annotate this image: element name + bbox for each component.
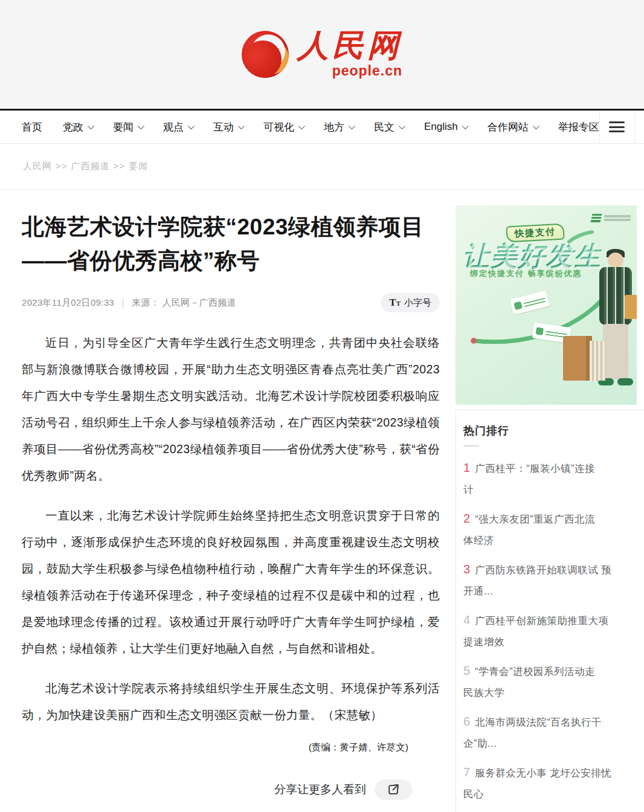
nav-item-10[interactable]: 合作网站	[488, 120, 538, 134]
hot-item-text: 广西防东铁路开始联调联试 预	[475, 559, 611, 581]
nav-item-label: 观点	[163, 120, 184, 134]
people-globe-icon	[242, 31, 289, 78]
hot-ranking-title: 热门排行	[463, 424, 644, 438]
hot-ranking-item-3[interactable]: 3广西防东铁路开始联调联试 预开通...	[463, 559, 644, 602]
share-label: 分享让更多人看到	[274, 782, 366, 798]
breadcrumb[interactable]: 人民网>>广西频道>>要闻	[23, 161, 148, 172]
share-row: 分享让更多人看到	[22, 779, 440, 800]
nav-item-4[interactable]: 观点	[163, 120, 193, 134]
hamburger-icon	[609, 119, 625, 135]
hot-ranking-item-7[interactable]: 7服务群众无小事 龙圩公安排忧民心	[463, 762, 644, 805]
article-title: 北海艺术设计学院获“2023绿植领养项目——省份优秀高校”称号	[22, 210, 440, 277]
share-external-icon	[387, 783, 400, 796]
site-logo[interactable]: 人民网 people.cn	[242, 30, 402, 79]
chevron-down-icon	[399, 123, 405, 129]
source-label: 来源：	[132, 297, 159, 308]
sidebar: 快捷支付 让美好发生 绑定快捷支付 畅享缤纷优惠 热门排行 1广西桂平：“服装小…	[456, 190, 644, 812]
nav-item-label: 党政	[63, 120, 83, 134]
nav-item-label: 举报专区	[558, 120, 599, 134]
nav-item-1[interactable]: 首页	[22, 120, 42, 134]
main-nav: 首页党政要闻观点互动可视化地方民文English合作网站举报专区	[0, 111, 644, 144]
hot-item-text-line2: 计	[463, 479, 644, 500]
hot-ranking-item-4[interactable]: 4广西桂平创新施策助推重大项提速增效	[463, 610, 644, 652]
hot-item-text: “强大亲友团”重返广西北流	[475, 509, 595, 530]
hot-item-text: 服务群众无小事 龙圩公安排忧	[475, 762, 611, 784]
hot-ranking-item-5[interactable]: 5“学青会”进校园系列活动走民族大学	[463, 660, 644, 703]
share-button[interactable]	[375, 779, 412, 800]
nav-item-label: 民文	[374, 120, 394, 134]
nav-item-9[interactable]: English	[424, 121, 467, 133]
site-name: 人民网	[297, 30, 402, 63]
rank-number: 2	[463, 508, 470, 529]
nav-item-11[interactable]: 举报专区	[558, 120, 599, 134]
hot-item-text-line2: 体经济	[463, 530, 644, 551]
article-paragraph-1: 近日，为引导全区广大青年学生践行生态文明理念，共青团中央社会联络部与新浪微博联合…	[22, 329, 440, 489]
hot-item-text: 广西桂平创新施策助推重大项	[475, 610, 608, 631]
rank-number: 3	[463, 559, 470, 580]
rank-number: 1	[463, 457, 470, 478]
hot-item-text: 广西桂平：“服装小镇”连接	[475, 458, 595, 479]
nav-item-3[interactable]: 要闻	[113, 120, 143, 134]
breadcrumb-bar: 人民网>>广西频道>>要闻	[0, 144, 644, 190]
nav-item-label: 可视化	[263, 120, 294, 134]
title-underline	[463, 445, 479, 446]
article-paragraph-3: 北海艺术设计学院表示将持续组织学生开展生态文明、环境保护等系列活动，为加快建设美…	[22, 675, 440, 728]
nav-item-7[interactable]: 地方	[324, 120, 353, 134]
article-meta: 2023年11月02日09:33 | 来源： 人民网－广西频道	[22, 297, 236, 309]
nav-item-label: 合作网站	[488, 120, 529, 134]
nav-item-label: 地方	[324, 120, 344, 134]
breadcrumb-separator: >>	[56, 161, 68, 171]
hot-item-text-line2: 民族大学	[463, 682, 644, 703]
article-paragraph-2: 一直以来，北海艺术设计学院师生始终坚持把生态文明意识贯穿于日常的行动中，逐渐形成…	[22, 502, 440, 662]
nav-item-2[interactable]: 党政	[63, 120, 92, 134]
rank-number: 4	[463, 610, 470, 631]
breadcrumb-part[interactable]: 要闻	[129, 161, 148, 171]
chevron-down-icon	[462, 123, 469, 129]
nav-item-label: 首页	[22, 120, 42, 134]
hot-item-text: “学青会”进校园系列活动走	[475, 661, 595, 682]
breadcrumb-separator: >>	[114, 161, 126, 171]
nav-item-label: English	[424, 121, 458, 133]
hot-ranking-item-1[interactable]: 1广西桂平：“服装小镇”连接计	[463, 457, 644, 500]
hot-item-text-line2: 企”助...	[463, 733, 644, 754]
chevron-down-icon	[349, 123, 355, 129]
chevron-down-icon	[238, 123, 245, 129]
breadcrumb-part[interactable]: 人民网	[23, 161, 52, 171]
nav-item-label: 互动	[213, 120, 234, 134]
hot-item-text-line2: 开通...	[463, 581, 644, 602]
chevron-down-icon	[188, 123, 195, 129]
nav-item-8[interactable]: 民文	[374, 120, 404, 134]
chevron-down-icon	[298, 123, 305, 129]
chevron-down-icon	[88, 123, 94, 129]
font-size-icon: TT	[389, 297, 401, 309]
article: 北海艺术设计学院获“2023绿植领养项目——省份优秀高校”称号 2023年11月…	[22, 190, 440, 812]
hot-item-text-line2: 民心	[463, 784, 644, 805]
site-header: 人民网 people.cn	[0, 0, 644, 111]
editor-note: (责编：黄子婧、许荩文)	[22, 741, 440, 754]
breadcrumb-part[interactable]: 广西频道	[71, 161, 110, 171]
rank-number: 6	[463, 711, 470, 732]
ad-banner[interactable]: 快捷支付 让美好发生 绑定快捷支付 畅享缤纷优惠	[456, 205, 637, 405]
nav-item-label: 要闻	[113, 120, 134, 134]
hot-item-text: 北海市两级法院“百名执行干	[475, 712, 602, 733]
site-domain: people.cn	[332, 63, 402, 79]
rank-number: 5	[463, 660, 470, 682]
font-size-button[interactable]: TT 小字号	[381, 293, 440, 312]
hot-ranking-item-2[interactable]: 2“强大亲友团”重返广西北流体经济	[463, 508, 644, 551]
nav-item-6[interactable]: 可视化	[263, 120, 303, 134]
article-source[interactable]: 人民网－广西频道	[162, 297, 236, 308]
chevron-down-icon	[138, 123, 144, 129]
chevron-down-icon	[533, 123, 539, 129]
rank-number: 7	[463, 762, 470, 783]
search-button[interactable]	[634, 111, 644, 143]
article-date: 2023年11月02日09:33	[22, 297, 114, 308]
nav-item-5[interactable]: 互动	[213, 120, 243, 134]
ad-person-illustration	[580, 253, 637, 404]
hot-ranking-item-6[interactable]: 6北海市两级法院“百名执行干企”助...	[463, 711, 644, 754]
article-body: 近日，为引导全区广大青年学生践行生态文明理念，共青团中央社会联络部与新浪微博联合…	[22, 329, 440, 728]
hot-ranking-panel: 热门排行 1广西桂平：“服装小镇”连接计2“强大亲友团”重返广西北流体经济3广西…	[456, 410, 644, 812]
menu-button[interactable]	[599, 111, 634, 143]
font-size-label: 小字号	[404, 297, 431, 309]
hot-item-text-line2: 提速增效	[463, 631, 644, 652]
